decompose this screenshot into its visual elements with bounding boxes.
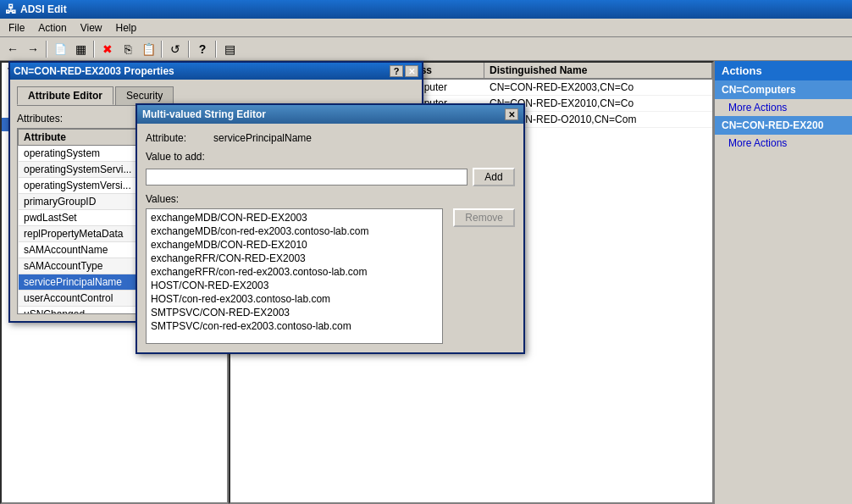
forward-button[interactable]: → [24,40,42,58]
main-container: ▼ 🖥 ADSI Edit ▼ 🖥 Default naming context… [0,61,852,504]
mve-values-item[interactable]: HOST/CON-RED-EX2003 [148,279,440,292]
view-button[interactable]: ▤ [220,40,239,58]
menu-help[interactable]: Help [109,20,144,36]
mve-values-item[interactable]: exchangeRFR/CON-RED-EX2003 [148,252,440,265]
mve-values-item[interactable]: exchangeMDB/con-red-ex2003.contoso-lab.c… [148,224,440,238]
mve-body: Attribute: servicePrincipalName Value to… [137,124,523,352]
properties-dialog-title: CN=CON-RED-EX2003 Properties [14,65,174,77]
menu-file[interactable]: File [2,20,31,36]
mve-values-item[interactable]: exchangeMDB/CON-RED-EX2010 [148,238,440,252]
mve-values-item[interactable]: exchangeMDB/CON-RED-EX2003 [148,211,440,224]
actions-link-more-1[interactable]: More Actions [715,99,852,116]
menu-action[interactable]: Action [31,20,73,36]
actions-section-computers[interactable]: CN=Computers [715,80,852,99]
mve-attribute-label: Attribute: [146,132,213,144]
title-bar: 🖧 ADSI Edit [0,0,852,19]
actions-section-ex2003[interactable]: CN=CON-RED-EX200 [715,116,852,135]
folder-button[interactable]: ▦ [71,40,90,58]
toolbar: ← → 📄 ▦ ✖ ⎘ 📋 ↺ ? ▤ [0,37,852,61]
mve-values-item[interactable]: SMTPSVC/con-red-ex2003.contoso-lab.com [148,319,440,333]
tab-attribute-editor[interactable]: Attribute Editor [17,86,113,105]
menu-view[interactable]: View [74,20,109,36]
mve-attribute-row: Attribute: servicePrincipalName [146,132,515,144]
mve-value-input[interactable] [146,169,467,186]
paste-button[interactable]: 📋 [139,40,158,58]
toolbar-sep-3 [161,41,163,58]
mve-title-bar: Multi-valued String Editor ✕ [137,105,523,124]
mve-attribute-value: servicePrincipalName [213,132,312,144]
actions-link-more-2[interactable]: More Actions [715,135,852,152]
app-title: ADSI Edit [20,3,67,15]
mve-values-row: exchangeMDB/CON-RED-EX2003exchangeMDB/co… [146,208,515,344]
delete-button[interactable]: ✖ [98,40,117,58]
dialog-question-icon[interactable]: ? [390,65,403,77]
mve-side-buttons: Remove [453,208,515,344]
toolbar-sep-1 [46,41,47,58]
mve-values-item[interactable]: exchangeRFR/con-red-ex2003.contoso-lab.c… [148,265,440,279]
mve-values-item[interactable]: HOST/con-red-ex2003.contoso-lab.com [148,292,440,306]
back-button[interactable]: ← [3,40,22,58]
mve-remove-button[interactable]: Remove [453,208,515,227]
tab-security[interactable]: Security [115,86,174,105]
actions-panel: Actions CN=Computers More Actions CN=CON… [714,61,852,504]
dialog-close-btn[interactable]: ✕ [405,65,418,77]
refresh-button[interactable]: 📄 [51,40,69,58]
toolbar-sep-5 [215,41,217,58]
dialog-title-controls: ? ✕ [390,65,418,77]
cell-dn-0: CN=CON-RED-EX2003,CN=Co [484,80,712,95]
mve-dialog: Multi-valued String Editor ✕ Attribute: … [136,103,525,354]
mve-title: Multi-valued String Editor [142,108,266,120]
actions-header: Actions [715,61,852,80]
copy-button[interactable]: ⎘ [119,40,137,58]
toolbar-sep-2 [93,41,95,58]
mve-add-button[interactable]: Add [473,168,515,186]
menu-bar: File Action View Help [0,19,852,37]
undo-button[interactable]: ↺ [166,40,185,58]
help-button[interactable]: ? [193,40,212,58]
mve-values-item[interactable]: SMTPSVC/CON-RED-EX2003 [148,306,440,319]
properties-dialog-titlebar: CN=CON-RED-EX2003 Properties ? ✕ [10,63,422,80]
toolbar-sep-4 [188,41,190,58]
mve-input-row: Add [146,168,515,186]
app-icon: 🖧 [5,3,17,16]
col-header-dn[interactable]: Distinguished Name [484,63,712,78]
mve-values-label: Values: [146,193,515,205]
mve-close-btn[interactable]: ✕ [505,108,518,120]
mve-value-to-add-label: Value to add: [146,151,515,163]
mve-values-listbox[interactable]: exchangeMDB/CON-RED-EX2003exchangeMDB/co… [146,208,443,344]
